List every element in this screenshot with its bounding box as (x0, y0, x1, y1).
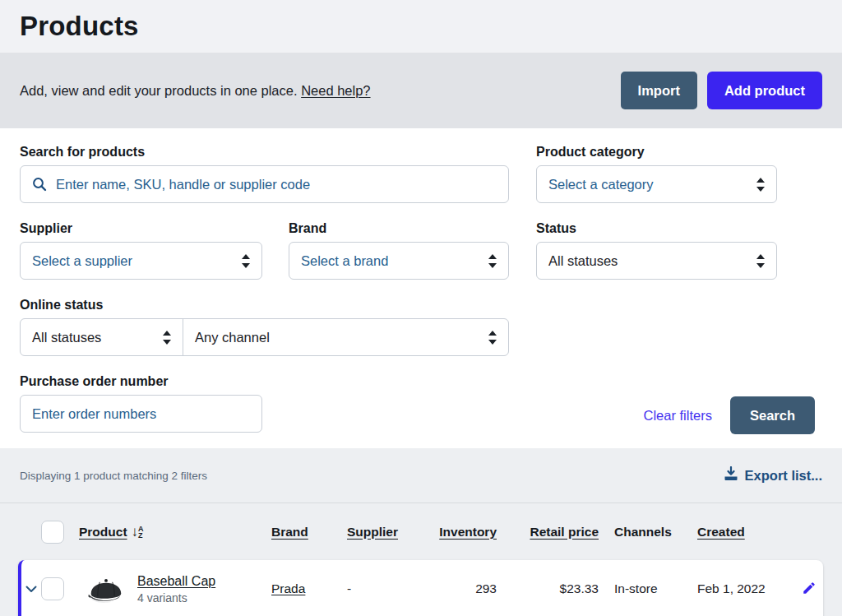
select-all-cell (41, 521, 79, 544)
banner-description: Add, view and edit your products in one … (20, 83, 301, 98)
category-select[interactable]: Select a category (536, 165, 777, 203)
brand-select[interactable]: Select a brand (289, 242, 509, 280)
sort-az-icon: ↓ AZ (132, 525, 144, 539)
brand-link[interactable]: Prada (271, 581, 305, 596)
online-status-select[interactable]: All statuses (21, 319, 183, 355)
category-filter: Product category Select a category (536, 145, 777, 203)
select-arrows-icon (234, 254, 250, 268)
page-title: Products (20, 11, 139, 42)
select-arrows-icon (480, 331, 497, 345)
supplier-value: Select a supplier (32, 253, 132, 269)
search-icon (32, 177, 47, 192)
column-header-created[interactable]: Created (697, 525, 794, 540)
brand-filter: Brand Select a brand (289, 221, 509, 280)
channel-select[interactable]: Any channel (183, 319, 508, 355)
edit-product-button[interactable] (800, 579, 818, 600)
add-product-button[interactable]: Add product (707, 72, 822, 109)
created-cell: Feb 1, 2022 (697, 567, 794, 610)
column-header-brand[interactable]: Brand (271, 525, 347, 540)
status-value: All statuses (548, 253, 618, 269)
results-summary: Displaying 1 product matching 2 filters (20, 470, 207, 482)
page-header: Products (0, 0, 842, 53)
supplier-select[interactable]: Select a supplier (20, 242, 262, 280)
category-value: Select a category (548, 177, 654, 192)
banner-actions: Import Add product (621, 72, 822, 109)
po-number-filter: Purchase order number (20, 374, 262, 434)
row-checkbox-cell (41, 567, 79, 610)
supplier-label: Supplier (20, 221, 262, 236)
category-label: Product category (536, 145, 777, 160)
status-select[interactable]: All statuses (536, 242, 777, 280)
download-icon (724, 466, 738, 484)
results-bar: Displaying 1 product matching 2 filters … (0, 448, 842, 503)
export-list-button[interactable]: Export list... (724, 466, 822, 484)
brand-value: Select a brand (301, 253, 388, 269)
online-status-group: All statuses Any channel (20, 318, 509, 356)
pencil-icon (802, 581, 817, 598)
search-filter: Search for products (20, 145, 509, 203)
select-arrows-icon (748, 254, 765, 268)
po-number-input-wrap (20, 395, 262, 433)
po-number-input[interactable] (32, 406, 250, 422)
search-input[interactable] (56, 177, 497, 192)
row-checkbox[interactable] (41, 577, 64, 600)
select-arrows-icon (748, 178, 765, 192)
select-all-checkbox[interactable] (41, 521, 64, 544)
chevron-down-icon (25, 581, 37, 596)
product-cell: Baseball Cap 4 variants (79, 567, 271, 610)
table-header: Product ↓ AZ Brand Supplier Inventory Re… (0, 503, 842, 560)
filter-row-4: Purchase order number Clear filters Sear… (20, 374, 822, 434)
edit-cell (794, 567, 823, 610)
product-header-label: Product (79, 525, 127, 540)
product-name-link[interactable]: Baseball Cap (137, 574, 215, 588)
channel-value: Any channel (195, 330, 270, 345)
online-status-value: All statuses (32, 330, 101, 345)
status-filter: Status All statuses (536, 221, 777, 280)
filter-row-3: Online status All statuses Any channel (20, 298, 822, 356)
supplier-cell: - (347, 567, 433, 610)
column-header-supplier[interactable]: Supplier (347, 525, 433, 540)
search-button[interactable]: Search (730, 396, 815, 434)
row-expander[interactable] (21, 567, 41, 610)
channels-cell: In-store (599, 567, 697, 610)
product-image-baseball-cap (86, 572, 127, 606)
brand-cell: Prada (271, 567, 347, 610)
clear-filters-link[interactable]: Clear filters (644, 408, 712, 424)
po-number-label: Purchase order number (20, 374, 262, 389)
need-help-link[interactable]: Need help? (301, 83, 370, 98)
select-arrows-icon (155, 331, 171, 345)
filter-row-2: Supplier Select a supplier Brand Select … (20, 221, 822, 280)
select-arrows-icon (480, 254, 497, 268)
brand-label: Brand (289, 221, 509, 236)
status-label: Status (536, 221, 777, 236)
column-header-inventory[interactable]: Inventory (433, 525, 497, 540)
online-status-filter: Online status All statuses Any channel (20, 298, 509, 356)
inventory-cell: 293 (433, 567, 497, 610)
banner: Add, view and edit your products in one … (0, 53, 842, 128)
product-variants: 4 variants (137, 591, 215, 604)
table-row: Baseball Cap 4 variants Prada - 293 $23.… (18, 560, 823, 616)
column-header-retail-price[interactable]: Retail price (497, 525, 599, 540)
banner-text: Add, view and edit your products in one … (20, 83, 371, 99)
filter-actions: Clear filters Search (644, 396, 822, 434)
search-label: Search for products (20, 145, 509, 160)
filters-panel: Search for products Product category Sel… (0, 128, 842, 448)
column-header-channels: Channels (599, 525, 697, 540)
import-button[interactable]: Import (621, 72, 697, 109)
column-header-product[interactable]: Product ↓ AZ (79, 525, 271, 540)
filter-row-1: Search for products Product category Sel… (20, 145, 822, 203)
search-input-wrap (20, 165, 509, 203)
online-status-label: Online status (20, 298, 509, 313)
supplier-filter: Supplier Select a supplier (20, 221, 262, 280)
retail-price-cell: $23.33 (497, 567, 599, 610)
export-list-label: Export list... (745, 468, 822, 484)
